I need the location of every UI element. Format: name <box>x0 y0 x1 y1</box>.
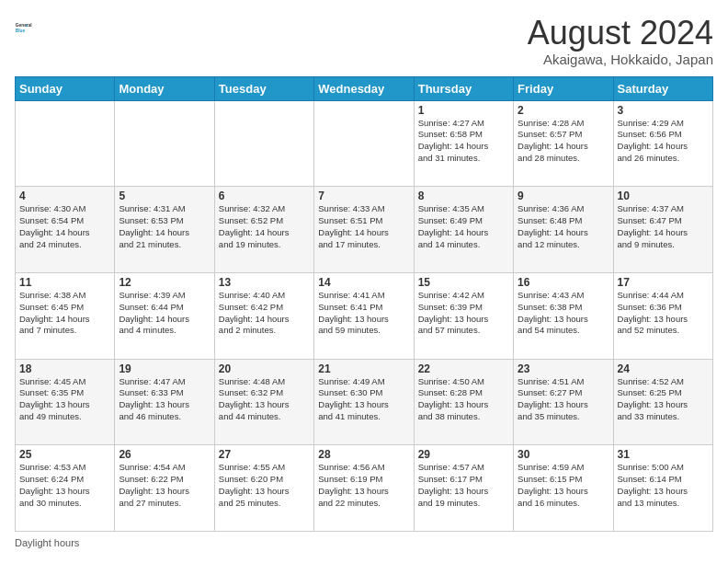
title-block: August 2024 Akaigawa, Hokkaido, Japan <box>528 15 713 67</box>
day-info: Sunrise: 4:31 AMSunset: 6:53 PMDaylight:… <box>119 203 210 250</box>
day-number: 23 <box>518 362 609 375</box>
subtitle: Akaigawa, Hokkaido, Japan <box>528 52 713 67</box>
calendar-day-cell: 16Sunrise: 4:43 AMSunset: 6:38 PMDayligh… <box>514 272 613 359</box>
calendar-day-cell: 28Sunrise: 4:56 AMSunset: 6:19 PMDayligh… <box>314 445 414 532</box>
calendar-day-cell: 5Sunrise: 4:31 AMSunset: 6:53 PMDaylight… <box>115 187 214 273</box>
day-info: Sunrise: 4:30 AMSunset: 6:54 PMDaylight:… <box>19 203 110 250</box>
day-info: Sunrise: 4:59 AMSunset: 6:15 PMDaylight:… <box>518 462 609 509</box>
calendar-day-header: Thursday <box>414 76 513 100</box>
day-number: 11 <box>19 276 110 289</box>
day-info: Sunrise: 4:39 AMSunset: 6:44 PMDaylight:… <box>119 290 210 337</box>
day-info: Sunrise: 4:33 AMSunset: 6:51 PMDaylight:… <box>318 203 409 250</box>
calendar-table: SundayMondayTuesdayWednesdayThursdayFrid… <box>15 76 713 532</box>
calendar-day-cell: 15Sunrise: 4:42 AMSunset: 6:39 PMDayligh… <box>414 272 513 359</box>
calendar-day-cell <box>16 100 115 187</box>
day-number: 3 <box>618 104 709 117</box>
day-number: 14 <box>318 276 409 289</box>
calendar-day-cell: 31Sunrise: 5:00 AMSunset: 6:14 PMDayligh… <box>613 445 712 532</box>
calendar-day-header: Wednesday <box>314 76 414 100</box>
calendar-day-cell <box>314 100 414 187</box>
calendar-week-row: 1Sunrise: 4:27 AMSunset: 6:58 PMDaylight… <box>16 100 713 187</box>
day-info: Sunrise: 4:43 AMSunset: 6:38 PMDaylight:… <box>518 290 609 337</box>
day-number: 29 <box>418 448 509 461</box>
calendar-day-cell: 30Sunrise: 4:59 AMSunset: 6:15 PMDayligh… <box>514 445 613 532</box>
day-number: 20 <box>219 362 310 375</box>
day-info: Sunrise: 4:32 AMSunset: 6:52 PMDaylight:… <box>219 203 310 250</box>
calendar-week-row: 4Sunrise: 4:30 AMSunset: 6:54 PMDaylight… <box>16 187 713 273</box>
day-info: Sunrise: 4:41 AMSunset: 6:41 PMDaylight:… <box>318 290 409 337</box>
calendar-day-cell: 6Sunrise: 4:32 AMSunset: 6:52 PMDaylight… <box>214 187 313 273</box>
calendar-day-cell: 25Sunrise: 4:53 AMSunset: 6:24 PMDayligh… <box>16 445 115 532</box>
calendar-day-cell: 3Sunrise: 4:29 AMSunset: 6:56 PMDaylight… <box>613 100 712 187</box>
calendar-day-cell: 2Sunrise: 4:28 AMSunset: 6:57 PMDaylight… <box>514 100 613 187</box>
calendar-day-cell: 27Sunrise: 4:55 AMSunset: 6:20 PMDayligh… <box>214 445 313 532</box>
calendar-day-cell: 29Sunrise: 4:57 AMSunset: 6:17 PMDayligh… <box>414 445 513 532</box>
day-info: Sunrise: 4:48 AMSunset: 6:32 PMDaylight:… <box>219 376 310 423</box>
calendar-day-cell: 11Sunrise: 4:38 AMSunset: 6:45 PMDayligh… <box>16 272 115 359</box>
calendar-day-cell: 13Sunrise: 4:40 AMSunset: 6:42 PMDayligh… <box>214 272 313 359</box>
day-number: 31 <box>618 448 709 461</box>
day-number: 26 <box>119 448 210 461</box>
day-number: 15 <box>418 276 509 289</box>
day-number: 24 <box>618 362 709 375</box>
calendar-day-cell: 9Sunrise: 4:36 AMSunset: 6:48 PMDaylight… <box>514 187 613 273</box>
calendar-day-cell: 14Sunrise: 4:41 AMSunset: 6:41 PMDayligh… <box>314 272 414 359</box>
calendar-day-header: Monday <box>115 76 214 100</box>
day-info: Sunrise: 4:38 AMSunset: 6:45 PMDaylight:… <box>19 290 110 337</box>
calendar-day-cell <box>214 100 313 187</box>
day-number: 27 <box>219 448 310 461</box>
day-number: 5 <box>119 190 210 202</box>
day-info: Sunrise: 4:49 AMSunset: 6:30 PMDaylight:… <box>318 376 409 423</box>
day-info: Sunrise: 4:44 AMSunset: 6:36 PMDaylight:… <box>618 290 709 337</box>
day-info: Sunrise: 4:51 AMSunset: 6:27 PMDaylight:… <box>518 376 609 423</box>
day-info: Sunrise: 4:42 AMSunset: 6:39 PMDaylight:… <box>418 290 509 337</box>
day-info: Sunrise: 4:53 AMSunset: 6:24 PMDaylight:… <box>19 462 110 509</box>
day-number: 16 <box>518 276 609 289</box>
calendar-day-cell: 26Sunrise: 4:54 AMSunset: 6:22 PMDayligh… <box>115 445 214 532</box>
day-number: 28 <box>318 448 409 461</box>
day-info: Sunrise: 4:36 AMSunset: 6:48 PMDaylight:… <box>518 203 609 250</box>
day-info: Sunrise: 4:52 AMSunset: 6:25 PMDaylight:… <box>618 376 709 423</box>
calendar-day-cell: 1Sunrise: 4:27 AMSunset: 6:58 PMDaylight… <box>414 100 513 187</box>
calendar-day-cell: 19Sunrise: 4:47 AMSunset: 6:33 PMDayligh… <box>115 359 214 445</box>
day-number: 1 <box>418 104 509 117</box>
logo-icon: General Blue <box>15 15 40 40</box>
calendar-day-header: Sunday <box>16 76 115 100</box>
day-info: Sunrise: 4:35 AMSunset: 6:49 PMDaylight:… <box>418 203 509 250</box>
day-info: Sunrise: 4:27 AMSunset: 6:58 PMDaylight:… <box>418 118 509 165</box>
day-number: 13 <box>219 276 310 289</box>
day-number: 4 <box>19 190 110 202</box>
calendar-day-cell: 21Sunrise: 4:49 AMSunset: 6:30 PMDayligh… <box>314 359 414 445</box>
day-number: 30 <box>518 448 609 461</box>
page: General Blue General Blue August 2024 Ak… <box>0 0 728 563</box>
calendar-day-header: Saturday <box>613 76 712 100</box>
day-number: 8 <box>418 190 509 202</box>
calendar-day-header: Friday <box>514 76 613 100</box>
svg-text:General: General <box>16 23 32 28</box>
calendar-week-row: 18Sunrise: 4:45 AMSunset: 6:35 PMDayligh… <box>16 359 713 445</box>
calendar-day-cell: 12Sunrise: 4:39 AMSunset: 6:44 PMDayligh… <box>115 272 214 359</box>
day-number: 12 <box>119 276 210 289</box>
day-info: Sunrise: 4:47 AMSunset: 6:33 PMDaylight:… <box>119 376 210 423</box>
day-number: 6 <box>219 190 310 202</box>
svg-text:Blue: Blue <box>16 29 26 33</box>
footer-note: Daylight hours <box>15 537 713 548</box>
calendar-day-cell: 22Sunrise: 4:50 AMSunset: 6:28 PMDayligh… <box>414 359 513 445</box>
day-number: 19 <box>119 362 210 375</box>
calendar-header-row: SundayMondayTuesdayWednesdayThursdayFrid… <box>16 76 713 100</box>
day-info: Sunrise: 4:29 AMSunset: 6:56 PMDaylight:… <box>618 118 709 165</box>
calendar-day-cell: 17Sunrise: 4:44 AMSunset: 6:36 PMDayligh… <box>613 272 712 359</box>
main-title: August 2024 <box>528 15 713 52</box>
calendar-day-cell <box>115 100 214 187</box>
day-info: Sunrise: 5:00 AMSunset: 6:14 PMDaylight:… <box>618 462 709 509</box>
calendar-day-cell: 7Sunrise: 4:33 AMSunset: 6:51 PMDaylight… <box>314 187 414 273</box>
day-number: 10 <box>618 190 709 202</box>
day-number: 2 <box>518 104 609 117</box>
day-info: Sunrise: 4:56 AMSunset: 6:19 PMDaylight:… <box>318 462 409 509</box>
day-number: 21 <box>318 362 409 375</box>
calendar-day-cell: 10Sunrise: 4:37 AMSunset: 6:47 PMDayligh… <box>613 187 712 273</box>
calendar-day-cell: 23Sunrise: 4:51 AMSunset: 6:27 PMDayligh… <box>514 359 613 445</box>
calendar-day-cell: 24Sunrise: 4:52 AMSunset: 6:25 PMDayligh… <box>613 359 712 445</box>
daylight-hours-label: Daylight hours <box>15 537 79 548</box>
calendar-week-row: 11Sunrise: 4:38 AMSunset: 6:45 PMDayligh… <box>16 272 713 359</box>
